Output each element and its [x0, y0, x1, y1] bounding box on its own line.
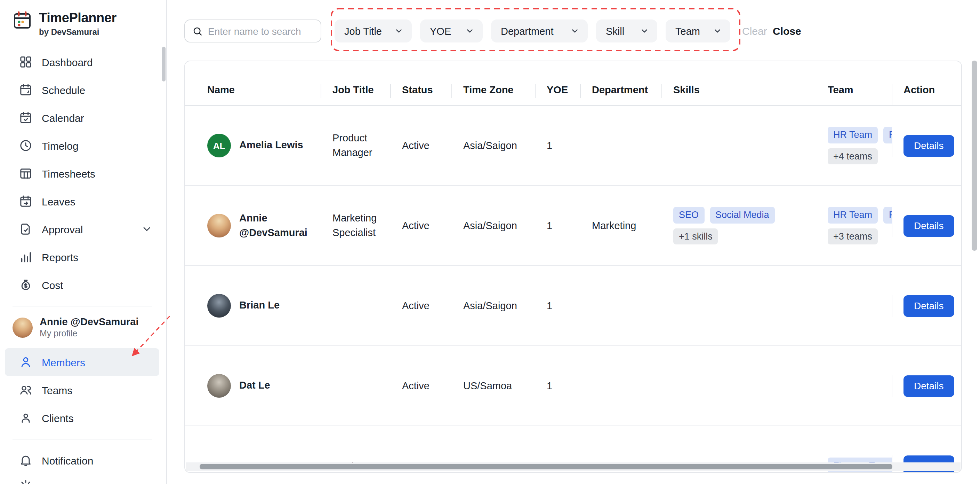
sidebar-item-label: Dashboard — [42, 56, 93, 68]
sidebar-item-dashboard[interactable]: Dashboard — [5, 48, 159, 76]
profile-item[interactable]: Annie @DevSamurai My profile — [0, 313, 166, 344]
sidebar-item-members[interactable]: Members — [5, 348, 159, 376]
details-button[interactable]: Details — [904, 375, 954, 396]
profile-name: Annie @DevSamurai — [40, 316, 139, 327]
table-row: Annie @DevSamurai Marketing Specialist A… — [185, 186, 961, 266]
yoe: 1 — [547, 220, 552, 231]
filter-department[interactable]: Department — [491, 19, 588, 43]
dashboard-icon — [19, 55, 33, 69]
sidebar-item-label: Members — [42, 356, 85, 368]
search-input[interactable] — [208, 26, 315, 37]
profile-avatar — [13, 317, 33, 337]
client-icon — [19, 411, 33, 425]
team-chip: HR Team — [828, 207, 878, 223]
search-box — [184, 19, 321, 43]
sidebar-item-timesheets[interactable]: Timesheets — [5, 160, 159, 187]
avatar — [207, 214, 231, 238]
details-button[interactable]: Details — [904, 215, 954, 236]
job-title: Product Manager — [332, 131, 402, 160]
sidebar-item-clients[interactable]: Clients — [5, 404, 159, 432]
member-name: Dat Le — [239, 379, 270, 393]
member-name: Annie @DevSamurai — [239, 211, 332, 240]
search-icon — [192, 26, 203, 37]
chevron-down-icon — [640, 26, 649, 35]
page-vertical-scrollbar-thumb[interactable] — [972, 61, 977, 251]
filter-skill[interactable]: Skill — [596, 19, 657, 43]
leaves-icon — [19, 194, 33, 208]
avatar — [207, 294, 231, 318]
avatar — [207, 374, 231, 398]
table-header-team: Team — [828, 84, 892, 105]
details-button[interactable]: Details — [904, 295, 954, 316]
app-byline: by DevSamurai — [39, 27, 116, 37]
cost-icon — [19, 278, 33, 292]
members-table: Name Job Title Status Time Zone YOE Depa… — [184, 61, 962, 473]
sidebar-item-leaves[interactable]: Leaves — [5, 187, 159, 215]
users-icon — [19, 383, 33, 397]
sidebar-divider — [13, 439, 152, 439]
team-chip: Pr — [883, 127, 892, 143]
sidebar-item-timelog[interactable]: Timelog — [5, 132, 159, 160]
table-header-yoe: YOE — [547, 84, 592, 105]
table-row: Brian Le Active Asia/Saigon 1 Details — [185, 266, 961, 346]
yoe: 1 — [547, 140, 552, 151]
time-zone: Asia/Saigon — [463, 140, 517, 151]
settings-icon[interactable] — [19, 479, 33, 484]
team-chip: HR Team — [828, 127, 878, 143]
sidebar-nav: Dashboard Schedule Calendar Timelog Time… — [0, 48, 166, 299]
skill-chip: SEO — [673, 207, 704, 223]
sidebar: TimePlanner by DevSamurai Dashboard Sche… — [0, 0, 167, 484]
clear-filters-button[interactable]: Clear — [742, 25, 767, 37]
chevron-down-icon — [713, 26, 722, 35]
timesheets-icon — [19, 166, 33, 181]
sidebar-item-label: Timelog — [42, 140, 79, 152]
clock-icon — [19, 139, 33, 153]
horizontal-scrollbar-thumb[interactable] — [200, 464, 892, 470]
sidebar-item-label: Notification — [42, 454, 93, 466]
sidebar-item-label: Timesheets — [42, 168, 95, 179]
calendar-icon — [19, 111, 33, 125]
job-title: Marketing Specialist — [332, 211, 402, 240]
yoe: 1 — [547, 380, 552, 391]
filter-bar: Job Title YOE Department Skill Team — [334, 19, 730, 43]
details-button[interactable]: Details — [904, 135, 954, 157]
table-row: AL Amelia Lewis Product Manager Active A… — [185, 106, 961, 186]
sidebar-item-schedule[interactable]: Schedule — [5, 76, 159, 104]
chevron-down-icon — [465, 26, 474, 35]
page-vertical-scrollbar[interactable] — [972, 0, 977, 484]
sidebar-nav-tertiary: Notification — [0, 446, 166, 474]
table-header-action: Action — [892, 84, 962, 105]
department: Marketing — [592, 220, 636, 231]
sidebar-item-approval[interactable]: Approval — [5, 215, 159, 243]
avatar: AL — [207, 134, 231, 157]
status: Active — [402, 300, 430, 311]
table-header-time-zone: Time Zone — [463, 84, 547, 105]
table-header-name: Name — [185, 84, 332, 105]
table-header-status: Status — [402, 84, 463, 105]
more-skills-chip: +1 skills — [673, 228, 718, 244]
sidebar-item-cost[interactable]: Cost — [5, 271, 159, 299]
app-title: TimePlanner — [39, 10, 116, 26]
sidebar-divider — [13, 306, 152, 307]
avatar — [207, 472, 231, 473]
sidebar-item-label: Cost — [42, 279, 63, 291]
sidebar-item-label: Reports — [42, 251, 78, 263]
sidebar-item-teams[interactable]: Teams — [5, 376, 159, 404]
filter-yoe[interactable]: YOE — [420, 19, 483, 43]
time-zone: US/Samoa — [463, 380, 512, 391]
status: Active — [402, 140, 430, 151]
filter-job-title[interactable]: Job Title — [334, 19, 412, 43]
sidebar-scrollbar-thumb[interactable] — [162, 47, 165, 81]
sidebar-item-reports[interactable]: Reports — [5, 243, 159, 271]
sidebar-item-label: Calendar — [42, 112, 84, 124]
sidebar-item-calendar[interactable]: Calendar — [5, 104, 159, 132]
sidebar-nav-secondary: Members Teams Clients — [0, 348, 166, 432]
filter-team[interactable]: Team — [666, 19, 730, 43]
sidebar-item-notification[interactable]: Notification — [5, 446, 159, 474]
app-root: TimePlanner by DevSamurai Dashboard Sche… — [0, 0, 980, 484]
horizontal-scrollbar[interactable] — [186, 462, 961, 471]
close-filters-button[interactable]: Close — [773, 25, 801, 37]
table-header-row: Name Job Title Status Time Zone YOE Depa… — [185, 61, 961, 106]
sidebar-item-label: Clients — [42, 412, 74, 424]
chevron-down-icon — [395, 26, 403, 35]
